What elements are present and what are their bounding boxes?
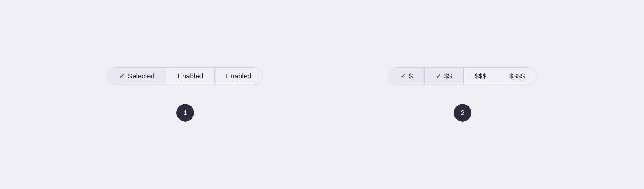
segment-selected-label: Selected	[128, 72, 155, 80]
segment-dollar-1[interactable]: ✓ $	[389, 68, 424, 85]
segment-enabled-2-label: Enabled	[226, 72, 252, 80]
segmented-control-1: ✓ Selected Enabled Enabled	[108, 67, 263, 85]
segment-selected[interactable]: ✓ Selected	[108, 68, 166, 85]
segmented-control-2: ✓ $ ✓ $$ $$$ $$$$	[389, 67, 536, 85]
badge-2: 2	[454, 104, 471, 122]
segment-dollar-4[interactable]: $$$$	[498, 68, 536, 85]
check-icon-2: ✓	[436, 72, 441, 80]
example-group-1: ✓ Selected Enabled Enabled 1	[108, 67, 263, 122]
segment-enabled-2[interactable]: Enabled	[215, 68, 263, 85]
check-icon-1: ✓	[400, 72, 406, 80]
segment-dollar-3-label: $$$	[475, 72, 486, 80]
badge-1: 1	[176, 104, 194, 122]
segment-enabled-1-label: Enabled	[178, 72, 203, 80]
segment-dollar-1-label: $	[409, 72, 413, 80]
main-container: ✓ Selected Enabled Enabled 1 ✓ $ ✓ $$ $$…	[0, 67, 644, 122]
example-group-2: ✓ $ ✓ $$ $$$ $$$$ 2	[389, 67, 536, 122]
segment-dollar-3[interactable]: $$$	[464, 68, 498, 85]
segment-dollar-2-label: $$	[444, 72, 452, 80]
check-icon: ✓	[119, 72, 125, 80]
segment-dollar-2[interactable]: ✓ $$	[425, 68, 464, 85]
segment-dollar-4-label: $$$$	[509, 72, 525, 80]
segment-enabled-1[interactable]: Enabled	[166, 68, 215, 85]
